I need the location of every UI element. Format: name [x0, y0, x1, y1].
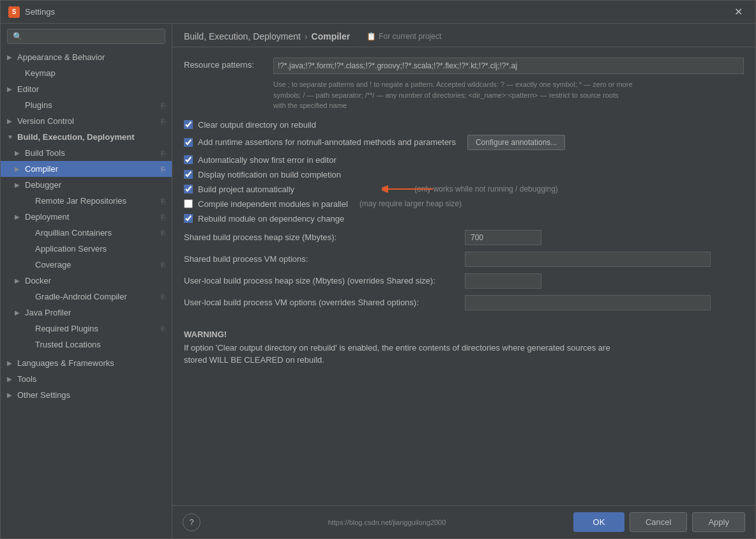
- vm-options-shared-label: Shared build process VM options:: [184, 254, 458, 264]
- sidebar-item-label: Editor: [17, 84, 39, 94]
- vm-options-local-input[interactable]: [465, 295, 711, 310]
- option-add-runtime: Add runtime assertions for notnull-annot…: [184, 135, 744, 150]
- rebuild-module-label: Rebuild module on dependency change: [198, 214, 344, 224]
- option-rebuild-module: Rebuild module on dependency change: [184, 214, 744, 224]
- auto-show-error-checkbox[interactable]: [184, 155, 193, 164]
- field-vm-options-local: User-local build process VM options (ove…: [184, 295, 744, 310]
- sidebar-item-label: Coverage: [35, 260, 71, 270]
- main-body: Resource patterns: Use ; to separate pat…: [172, 47, 755, 505]
- sidebar-item-trusted-locations[interactable]: Trusted Locations: [1, 337, 172, 353]
- clear-output-checkbox[interactable]: [184, 120, 193, 129]
- option-compile-parallel: Compile independent modules in parallel …: [184, 199, 744, 209]
- breadcrumb-compiler: Compiler: [312, 31, 351, 42]
- option-auto-show-error: Automatically show first error in editor: [184, 155, 744, 165]
- heap-size-local-label: User-local build process heap size (Mbyt…: [184, 276, 458, 285]
- vm-options-local-label: User-local build process VM options (ove…: [184, 298, 458, 307]
- arrow-icon: ▶: [15, 213, 22, 220]
- sidebar-item-debugger[interactable]: ▶ Debugger: [1, 177, 172, 193]
- vm-options-shared-input[interactable]: [465, 252, 711, 267]
- add-runtime-checkbox[interactable]: [184, 138, 193, 147]
- resource-patterns-input[interactable]: [273, 57, 744, 74]
- arrow-icon: ▶: [7, 376, 15, 383]
- configure-annotations-button[interactable]: Configure annotations...: [467, 135, 565, 150]
- sidebar-item-appearance[interactable]: ▶ Appearance & Behavior: [1, 49, 172, 65]
- auto-show-error-label: Automatically show first error in editor: [198, 155, 336, 165]
- sidebar-item-label: Version Control: [17, 116, 74, 126]
- sidebar-item-keymap[interactable]: Keymap: [1, 65, 172, 81]
- sidebar-item-label: Debugger: [25, 180, 61, 190]
- sidebar-item-label: Application Servers: [35, 244, 107, 254]
- sidebar-item-plugins[interactable]: Plugins ⎘: [1, 97, 172, 113]
- rebuild-module-checkbox[interactable]: [184, 214, 193, 223]
- copy-icon: ⎘: [161, 213, 165, 221]
- sidebar-item-app-servers[interactable]: Application Servers: [1, 241, 172, 257]
- sidebar-item-languages[interactable]: ▶ Languages & Frameworks: [1, 355, 172, 371]
- arrow-icon: ▶: [15, 181, 22, 188]
- copy-icon: ⎘: [161, 165, 165, 173]
- field-heap-size-local: User-local build process heap size (Mbyt…: [184, 273, 744, 289]
- sidebar-item-label: Plugins: [25, 100, 52, 110]
- sidebar-item-label: Required Plugins: [35, 324, 98, 333]
- compile-parallel-checkbox[interactable]: [184, 199, 193, 208]
- copy-icon: ⎘: [161, 261, 165, 269]
- sidebar-item-compiler[interactable]: ▶ Compiler ⎘: [1, 161, 172, 177]
- sidebar-item-editor[interactable]: ▶ Editor: [1, 81, 172, 97]
- main-content: 🔍 ▶ Appearance & Behavior Keymap ▶ Edito…: [1, 24, 755, 538]
- help-text: Use ; to separate patterns and ! to nega…: [273, 79, 744, 111]
- sidebar-item-label: Tools: [17, 374, 36, 384]
- sidebar: 🔍 ▶ Appearance & Behavior Keymap ▶ Edito…: [1, 24, 172, 538]
- sidebar-item-java-profiler[interactable]: ▶ Java Profiler: [1, 305, 172, 321]
- heap-size-local-input[interactable]: [465, 273, 541, 289]
- display-notification-checkbox[interactable]: [184, 170, 193, 179]
- apply-button[interactable]: Apply: [692, 512, 745, 532]
- search-input[interactable]: [26, 32, 160, 41]
- sidebar-item-label: Keymap: [25, 68, 56, 78]
- add-runtime-label: Add runtime assertions for notnull-annot…: [198, 137, 456, 147]
- warning-text: If option 'Clear output directory on reb…: [184, 342, 744, 367]
- arrow-icon: ▶: [7, 391, 15, 399]
- sidebar-item-build-tools[interactable]: ▶ Build Tools ⎘: [1, 145, 172, 161]
- close-button[interactable]: ✕: [729, 3, 748, 20]
- search-box[interactable]: 🔍: [7, 29, 165, 44]
- arrow-icon: ▶: [7, 360, 15, 367]
- arrow-icon: ▶: [7, 86, 15, 93]
- sidebar-item-label: Docker: [25, 276, 51, 285]
- clear-output-label: Clear output directory on rebuild: [198, 120, 316, 130]
- help-button[interactable]: ?: [183, 513, 200, 531]
- sidebar-item-label: Deployment: [25, 212, 69, 222]
- sidebar-item-remote-jar[interactable]: Remote Jar Repositories ⎘: [1, 193, 172, 209]
- breadcrumb-build: Build, Execution, Deployment: [184, 31, 301, 42]
- sidebar-item-label: Compiler: [25, 164, 58, 174]
- resource-patterns-label: Resource patterns:: [184, 57, 267, 70]
- sidebar-item-version-control[interactable]: ▶ Version Control ⎘: [1, 113, 172, 129]
- arrow-icon: ▶: [15, 165, 22, 172]
- copy-icon: ⎘: [161, 229, 165, 237]
- sidebar-item-arquillian[interactable]: Arquillian Containers ⎘: [1, 225, 172, 241]
- warning-block: WARNING! If option 'Clear output directo…: [184, 323, 744, 373]
- sidebar-item-label: Java Profiler: [25, 308, 71, 317]
- arrow-icon: ▶: [15, 309, 22, 316]
- red-arrow-annotation: [382, 179, 446, 199]
- sidebar-item-docker[interactable]: ▶ Docker: [1, 273, 172, 289]
- sidebar-item-gradle-android[interactable]: Gradle-Android Compiler ⎘: [1, 289, 172, 305]
- compile-parallel-note: (may require larger heap size): [359, 199, 462, 208]
- copy-icon: ⎘: [161, 293, 165, 301]
- ok-button[interactable]: OK: [573, 512, 624, 532]
- cancel-button[interactable]: Cancel: [630, 512, 687, 532]
- arrow-icon: ▶: [15, 149, 22, 156]
- sidebar-item-deployment[interactable]: ▶ Deployment ⎘: [1, 209, 172, 225]
- breadcrumb-arrow: ›: [305, 31, 308, 42]
- build-auto-checkbox[interactable]: [184, 185, 193, 194]
- sidebar-item-coverage[interactable]: Coverage ⎘: [1, 257, 172, 273]
- option-clear-output: Clear output directory on rebuild: [184, 120, 744, 130]
- sidebar-item-tools[interactable]: ▶ Tools: [1, 371, 172, 387]
- sidebar-item-other-settings[interactable]: ▶ Other Settings: [1, 387, 172, 403]
- sidebar-item-label: Build, Execution, Deployment: [17, 132, 134, 142]
- sidebar-item-label: Arquillian Containers: [35, 228, 112, 238]
- sidebar-item-build-execution[interactable]: ▼ Build, Execution, Deployment: [1, 129, 172, 145]
- sidebar-item-required-plugins[interactable]: Required Plugins ⎘: [1, 321, 172, 337]
- sidebar-item-label: Languages & Frameworks: [17, 358, 114, 368]
- heap-size-shared-input[interactable]: [465, 230, 541, 245]
- project-icon: 📋: [367, 32, 376, 41]
- resource-patterns-row: Resource patterns:: [184, 57, 744, 74]
